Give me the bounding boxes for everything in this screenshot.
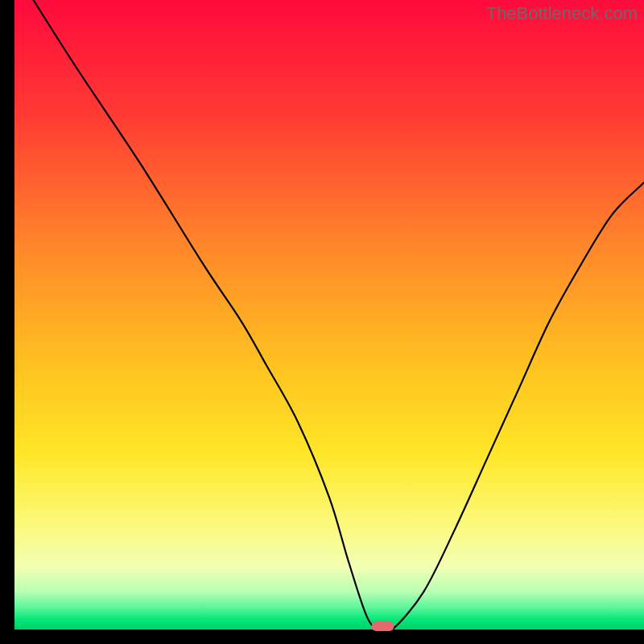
plot-background bbox=[14, 0, 644, 630]
bottleneck-chart bbox=[0, 0, 644, 644]
chart-stage bbox=[0, 0, 644, 644]
optimum-marker bbox=[371, 621, 394, 631]
watermark-text: TheBottleneck.com bbox=[486, 3, 638, 24]
